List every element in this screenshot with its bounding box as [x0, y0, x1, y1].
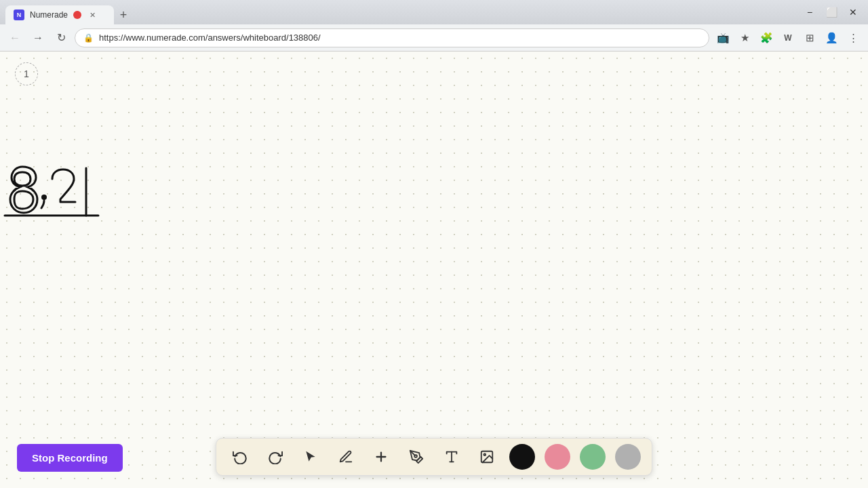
- extension-icon[interactable]: 🧩: [757, 28, 776, 47]
- maximize-button[interactable]: ⬜: [822, 3, 841, 22]
- forward-button[interactable]: →: [28, 28, 47, 47]
- undo-button[interactable]: [227, 444, 253, 470]
- svg-point-9: [484, 453, 486, 455]
- address-bar[interactable]: 🔒 https://www.numerade.com/answers/white…: [75, 28, 709, 47]
- grid-icon[interactable]: ⊞: [800, 28, 819, 47]
- browser-frame: N Numerade ✕ + − ⬜ ✕ ← → ↻ 🔒 https://www…: [0, 0, 868, 488]
- text-tool-button[interactable]: [439, 444, 465, 470]
- lock-icon: 🔒: [83, 33, 94, 43]
- active-tab[interactable]: N Numerade ✕: [5, 5, 114, 24]
- highlight-tool-button[interactable]: [403, 444, 429, 470]
- tab-bar: N Numerade ✕ +: [5, 0, 800, 24]
- close-button[interactable]: ✕: [844, 3, 863, 22]
- redo-button[interactable]: [262, 444, 288, 470]
- minimize-button[interactable]: −: [800, 3, 819, 22]
- tab-label: Numerade: [30, 10, 68, 20]
- window-controls: − ⬜ ✕: [800, 3, 863, 22]
- refresh-button[interactable]: ↻: [52, 28, 71, 47]
- tab-close-button[interactable]: ✕: [87, 9, 98, 20]
- svg-point-0: [41, 195, 47, 200]
- whiteboard-canvas[interactable]: 1 Stop Recording: [0, 52, 868, 488]
- color-black[interactable]: [509, 444, 535, 470]
- menu-icon[interactable]: ⋮: [844, 28, 863, 47]
- back-button[interactable]: ←: [5, 28, 24, 47]
- color-green[interactable]: [580, 444, 606, 470]
- whiteboard-drawing: [3, 153, 139, 228]
- nav-bar: ← → ↻ 🔒 https://www.numerade.com/answers…: [0, 24, 868, 52]
- color-gray[interactable]: [615, 444, 641, 470]
- page-number-indicator: 1: [15, 62, 38, 85]
- profile-icon[interactable]: 👤: [822, 28, 841, 47]
- nav-icons: 📺 ★ 🧩 W ⊞ 👤 ⋮: [713, 28, 863, 47]
- pen-tool-button[interactable]: [333, 444, 359, 470]
- svg-point-5: [414, 455, 417, 458]
- toolbar: [216, 438, 652, 476]
- image-tool-button[interactable]: [474, 444, 500, 470]
- title-bar: N Numerade ✕ + − ⬜ ✕: [0, 0, 868, 24]
- select-tool-button[interactable]: [298, 444, 323, 470]
- recording-indicator: [73, 11, 81, 19]
- color-pink[interactable]: [545, 444, 570, 470]
- cast-icon[interactable]: 📺: [713, 28, 732, 47]
- add-button[interactable]: [368, 444, 394, 470]
- bookmark-icon[interactable]: ★: [735, 28, 754, 47]
- url-text: https://www.numerade.com/answers/whitebo…: [99, 33, 321, 43]
- w-icon[interactable]: W: [778, 28, 797, 47]
- new-tab-button[interactable]: +: [114, 5, 133, 24]
- stop-recording-button[interactable]: Stop Recording: [17, 444, 123, 472]
- tab-favicon: N: [14, 9, 24, 20]
